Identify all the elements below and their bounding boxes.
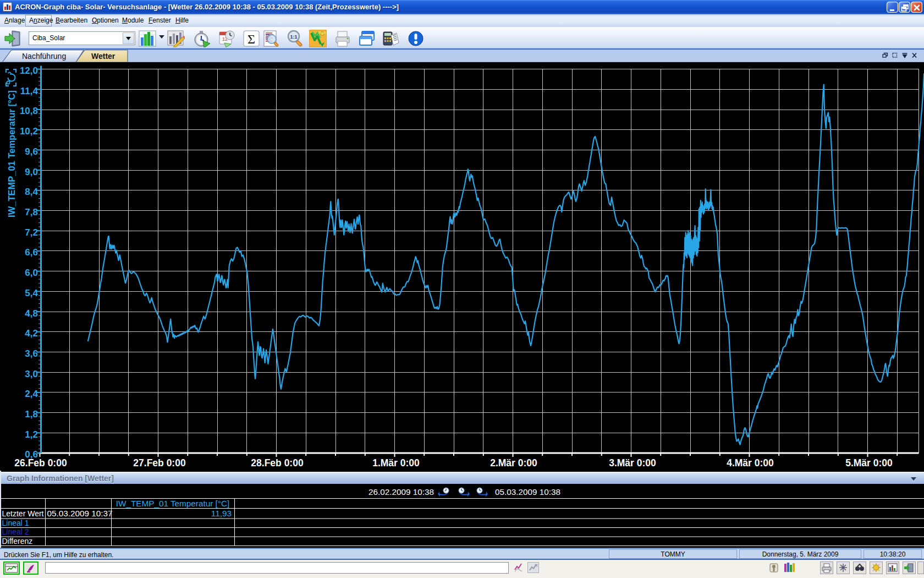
svg-text:1.Mär 0:00: 1.Mär 0:00 [372,457,420,468]
svg-text:Differenz: Differenz [2,537,33,546]
svg-text:6,6: 6,6 [25,247,38,258]
svg-text:Wetter: Wetter [91,52,116,61]
svg-text:12,0: 12,0 [20,66,38,76]
svg-text:8,4: 8,4 [25,187,38,197]
svg-text:1,2: 1,2 [25,429,38,440]
svg-text:2.Mär 0:00: 2.Mär 0:00 [490,457,537,468]
svg-text:4,2: 4,2 [25,328,38,339]
svg-text:2,4: 2,4 [25,389,38,399]
svg-text:Nachführung: Nachführung [22,52,66,61]
svg-text:11,93: 11,93 [211,509,232,518]
svg-text:Letzter Wert: Letzter Wert [2,509,44,518]
svg-text:5,4: 5,4 [25,288,38,298]
svg-text:6,0: 6,0 [25,268,38,278]
svg-text:11,4: 11,4 [20,86,38,96]
svg-text:26.Feb 0:00: 26.Feb 0:00 [14,457,67,468]
svg-text:1:1: 1:1 [290,34,297,40]
svg-text:0,6: 0,6 [25,449,38,460]
svg-text:9,0: 9,0 [25,167,38,177]
svg-text:05.03.2009 10:37: 05.03.2009 10:37 [47,509,113,518]
svg-text:3,0: 3,0 [25,369,38,379]
svg-text:4.Mär 0:00: 4.Mär 0:00 [727,457,774,468]
svg-text:Lineal 2: Lineal 2 [2,527,29,536]
svg-text:1,8: 1,8 [25,409,38,419]
svg-text:27.Feb 0:00: 27.Feb 0:00 [133,457,186,468]
svg-text:10,8: 10,8 [20,106,38,116]
svg-text:IW_TEMP_01 Temperatur [°C]: IW_TEMP_01 Temperatur [°C] [116,499,229,508]
svg-text:28.Feb 0:00: 28.Feb 0:00 [251,457,304,468]
svg-text:IW_TEMP_01 Temperatur [°C]: IW_TEMP_01 Temperatur [°C] [7,90,16,217]
svg-text:4,8: 4,8 [25,308,38,319]
svg-text:3,6: 3,6 [25,348,38,359]
svg-text:5.Mär 0:00: 5.Mär 0:00 [845,457,893,468]
svg-text:7,2: 7,2 [25,227,38,238]
svg-text:3.Mär 0:00: 3.Mär 0:00 [609,457,656,468]
svg-text:9,6: 9,6 [25,146,38,157]
svg-text:7,8: 7,8 [25,207,38,217]
svg-text:10,2: 10,2 [20,126,38,137]
svg-text:Lineal 1: Lineal 1 [2,519,29,527]
svg-text:Σ: Σ [248,32,255,46]
